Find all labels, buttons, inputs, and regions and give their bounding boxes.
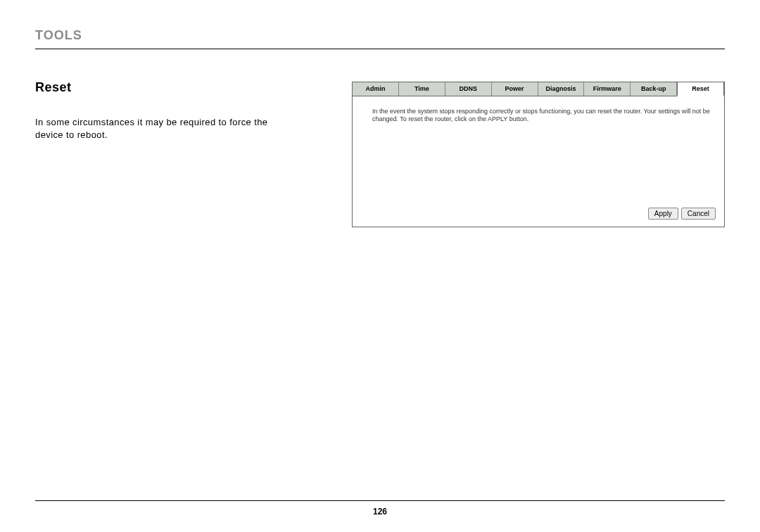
page-number: 126 (0, 507, 760, 517)
subheading-reset: Reset (35, 80, 331, 95)
left-column: Reset In some circumstances it may be re… (35, 77, 331, 141)
tab-backup[interactable]: Back-up (631, 82, 677, 96)
panel-body-text: In the event the system stops responding… (372, 108, 710, 122)
tab-firmware[interactable]: Firmware (584, 82, 631, 96)
tab-bar: Admin Time DDNS Power Diagnosis Firmware… (353, 82, 724, 96)
tab-reset[interactable]: Reset (677, 82, 724, 96)
cancel-button[interactable]: Cancel (681, 208, 716, 220)
tab-ddns[interactable]: DDNS (445, 82, 492, 96)
apply-button[interactable]: Apply (648, 208, 678, 220)
footer-rule (35, 500, 725, 501)
tab-admin[interactable]: Admin (353, 82, 399, 96)
tab-diagnosis[interactable]: Diagnosis (538, 82, 585, 96)
right-column: Admin Time DDNS Power Diagnosis Firmware… (352, 77, 725, 227)
panel-actions: Apply Cancel (353, 202, 724, 227)
panel-body: In the event the system stops responding… (353, 96, 724, 202)
screenshot-panel: Admin Time DDNS Power Diagnosis Firmware… (352, 82, 725, 227)
content-area: Reset In some circumstances it may be re… (35, 77, 725, 227)
section-title: TOOLS (35, 28, 725, 49)
tab-time[interactable]: Time (399, 82, 445, 96)
body-text: In some circumstances it may be required… (35, 116, 281, 141)
tab-power[interactable]: Power (492, 82, 538, 96)
